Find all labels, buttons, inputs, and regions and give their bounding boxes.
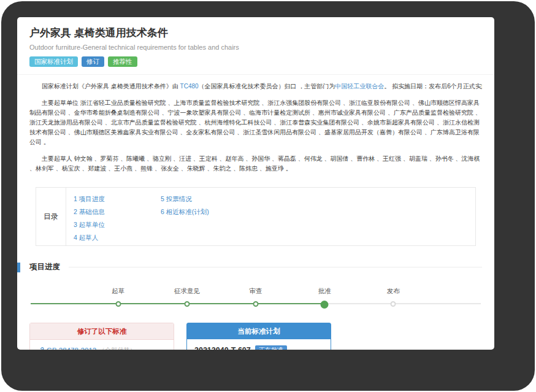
timeline-step-dot-pending [391, 301, 396, 307]
drafting-units-label: 主要起草单位 [42, 99, 78, 106]
drafters-list: 钟文翰 、罗菊芬 、陈曦曦 、骆立刚 、汪进 、王定科 、赵年高 、孙国华 、蒋… [29, 155, 480, 172]
timeline-step-label: 批准 [318, 287, 331, 296]
timeline-step-label: 征求意见 [174, 287, 200, 296]
timeline-step-dot-current [321, 301, 329, 309]
section-accent-bar [17, 263, 20, 272]
tc480-link[interactable]: TC480 [180, 83, 199, 90]
badge-national-plan: 国家标准计划 [29, 56, 78, 67]
revised-card-header: 修订了以下标准 [30, 323, 174, 340]
toc-item-6[interactable]: 6 相近标准(计划) [161, 206, 248, 218]
table-of-contents: 目录 1 项目进度2 基础信息3 起草单位4 起草人5 投票情况6 相近标准(计… [36, 187, 476, 246]
timeline-step-label: 起草 [112, 287, 124, 296]
standard-detail-page: 户外家具 桌椅类通用技术条件 Outdoor furniture-General… [17, 17, 494, 350]
current-card-header: 当前标准计划 [187, 323, 331, 339]
plan-status-badge: 正在批准 [255, 345, 287, 350]
timeline: 起草征求意见审查批准发布 [29, 281, 482, 313]
header-divider [17, 74, 494, 75]
timeline-step-dot-done [253, 301, 259, 307]
section-rule [69, 267, 482, 267]
progress-section-header: 项目进度 [29, 262, 482, 272]
cards-row: 修订了以下标准 GB 28478-2012 [29, 323, 482, 350]
timeline-step-label: 发布 [387, 287, 400, 296]
current-plan-card: 当前标准计划 20212040-T-607 正在批准 户外家具 桌椅类通用技术条… [186, 323, 331, 350]
ministry-link[interactable]: 中国轻工业联合会 [335, 83, 384, 90]
timeline-line-done [31, 303, 326, 304]
drafters-paragraph: 主要起草人 钟文翰 、罗菊芬 、陈曦曦 、骆立刚 、汪进 、王定科 、赵年高 、… [29, 154, 482, 174]
intro-paragraph: 国家标准计划《户外家具 桌椅类通用技术条件》由 TC480（全国家具标准化技术委… [29, 82, 482, 91]
toc-list: 1 项目进度2 基础信息3 起草单位4 起草人5 投票情况6 相近标准(计划) [66, 188, 248, 244]
toc-item-3[interactable]: 3 起草单位 [74, 218, 161, 231]
replacement-note: （全部代替） [99, 346, 136, 350]
badge-revision: 修订 [82, 56, 104, 67]
link-icon [37, 347, 45, 350]
toc-label: 目录 [36, 188, 66, 245]
progress-section-title: 项目进度 [29, 262, 60, 272]
intro-text: （全国家具标准化技术委员会）归口 ，主管部门为 [199, 83, 335, 90]
intro-text: 国家标准计划《户外家具 桌椅类通用技术条件》由 [42, 83, 180, 90]
drafters-label: 主要起草人 [42, 155, 72, 162]
badge-recommended: 推荐性 [108, 56, 137, 67]
page-subtitle-en: Outdoor furniture-General technical requ… [29, 44, 482, 51]
replaced-standard-link[interactable]: GB 28478-2012 [47, 347, 96, 350]
toc-item-4[interactable]: 4 起草人 [74, 231, 161, 244]
timeline-step-label: 审查 [250, 287, 262, 296]
toc-item-2[interactable]: 2 基础信息 [74, 206, 161, 218]
timeline-step-dot-done [184, 301, 190, 307]
badge-row: 国家标准计划修订推荐性 [29, 56, 482, 67]
revised-standard-card: 修订了以下标准 GB 28478-2012 [29, 323, 174, 350]
toc-item-1[interactable]: 1 项目进度 [74, 193, 161, 206]
drafting-units-paragraph: 主要起草单位 浙江省轻工业品质量检验研究院 、上海市质量监督检验技术研究院 、浙… [29, 98, 482, 147]
timeline-step-dot-done [115, 301, 121, 307]
plan-code: 20212040-T-607 [194, 346, 251, 350]
intro-text: 。 拟实施日期：发布后6个月正式实施。 [384, 83, 482, 90]
drafting-units-list: 浙江省轻工业品质量检验研究院 、上海市质量监督检验技术研究院 、浙江永强集团股份… [29, 99, 481, 145]
toc-item-5[interactable]: 5 投票情况 [161, 193, 248, 206]
page-title: 户外家具 桌椅类通用技术条件 [29, 26, 482, 40]
